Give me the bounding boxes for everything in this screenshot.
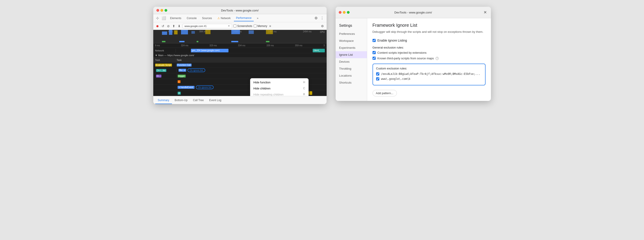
third-party-scripts-row: Known third-party scripts from source ma… <box>372 57 486 60</box>
flame-row-1[interactable]: Evaluate Script Function Call <box>153 63 326 67</box>
settings-close-button[interactable]: ✕ <box>482 9 488 16</box>
svg-rect-8 <box>266 30 273 34</box>
left-window-title: DevTools - www.google.com/ <box>221 9 259 12</box>
flame-row-2[interactable]: On i...list Ru...s On ignore list <box>153 67 326 73</box>
more-options-icon[interactable]: ⋮ <box>320 15 325 21</box>
capture-gear-icon[interactable]: ⚙ <box>320 23 325 29</box>
nav-preferences[interactable]: Preferences <box>336 30 367 37</box>
tab-bottom-up[interactable]: Bottom-Up <box>172 97 190 104</box>
network-row-content: gen_204 (www.google.com) client_ <box>176 48 326 53</box>
tab-network[interactable]: ⚠ Network <box>215 15 233 21</box>
tab-sources[interactable]: Sources <box>200 15 214 21</box>
svg-rect-10 <box>179 41 184 42</box>
nav-devices[interactable]: Devices <box>336 58 367 65</box>
traffic-lights-left <box>156 9 167 12</box>
close-button-left[interactable] <box>156 9 159 12</box>
right-block-2 <box>310 91 312 95</box>
custom-rule-2: www\.google\.com\b <box>376 77 482 80</box>
tab-elements[interactable]: Elements <box>168 15 184 21</box>
c-block: c <box>178 80 180 83</box>
nav-shortcuts[interactable]: Shortcuts <box>336 79 367 86</box>
ms-324: 324 ms <box>181 44 188 47</box>
nav-workspace[interactable]: Workspace <box>336 37 367 44</box>
network-block: gen_204 (www.google.com) <box>191 49 229 52</box>
nav-locations[interactable]: Locations <box>336 72 367 79</box>
svg-rect-3 <box>181 30 188 34</box>
tab-console[interactable]: Console <box>184 15 199 21</box>
tab-more[interactable]: » <box>254 15 261 21</box>
svg-rect-7 <box>248 30 254 34</box>
enable-ignore-listing-label: Enable Ignore Listing <box>378 39 407 42</box>
upload-icon[interactable]: ⬆ <box>172 24 176 28</box>
url-display: www.google.com #1 ▼ <box>182 24 232 28</box>
client-block: client_ <box>313 49 325 52</box>
eval-script-label: Evaluate Script <box>153 63 176 67</box>
main-row: ▼ Main — https://www.google.com/ <box>153 53 326 57</box>
nav-throttling[interactable]: Throttling <box>336 65 367 72</box>
main-label: ▼ Main — https://www.google.com/ <box>153 53 326 57</box>
right-devtools-window: DevTools - www.google.com/ ✕ Settings Pr… <box>336 7 491 101</box>
record-icon[interactable]: ⏺ <box>155 24 160 28</box>
memory-checkbox[interactable]: Memory <box>254 24 267 28</box>
minimize-button-left[interactable] <box>160 9 163 12</box>
network-row: Network gen_204 (www.google.com) client_ <box>153 48 326 53</box>
svg-rect-2 <box>174 30 178 34</box>
custom-rule-1-checkbox[interactable] <box>376 72 379 76</box>
devtools-tab-bar: ⊹ ⬜ Elements Console Sources ⚠ Network P… <box>153 14 326 22</box>
close-button-right[interactable] <box>339 11 342 14</box>
enable-ignore-listing-checkbox[interactable] <box>372 39 376 42</box>
context-hide-function[interactable]: Hide function H <box>250 79 308 85</box>
cpu-throttle-icon[interactable]: ≡ <box>268 24 272 28</box>
content-scripts-checkbox[interactable] <box>372 51 376 54</box>
inspect-icon[interactable]: ⊹ <box>155 15 160 21</box>
content-scripts-label: Content scripts injected by extensions <box>378 51 426 54</box>
svg-rect-0 <box>162 31 167 35</box>
fullscreen-button-left[interactable] <box>164 9 167 12</box>
performance-toolbar: ⏺ ↺ ⊘ ⬆ ⬇ www.google.com #1 ▼ Screenshot… <box>153 22 326 30</box>
device-icon[interactable]: ⬜ <box>161 15 167 21</box>
fullscreen-button-right[interactable] <box>347 11 350 14</box>
settings-title: Settings <box>336 21 367 30</box>
tab-event-log[interactable]: Event Log <box>206 97 224 104</box>
task-col-2: Task <box>176 58 326 62</box>
custom-rule-2-text: www\.google\.com\b <box>381 77 410 80</box>
context-hide-children[interactable]: Hide children C <box>250 85 308 92</box>
o-block: O... <box>156 75 162 78</box>
tab-performance[interactable]: Performance <box>234 15 254 21</box>
nav-ignore-list[interactable]: Ignore List <box>336 51 367 58</box>
on-ignore-badge-1: On ignore list <box>188 68 205 72</box>
settings-body: Settings Preferences Workspace Experimen… <box>336 18 491 101</box>
custom-rule-2-checkbox[interactable] <box>376 77 379 80</box>
right-window-title: DevTools - www.google.com/ <box>394 11 432 14</box>
settings-gear-icon[interactable]: ⚙ <box>314 15 318 21</box>
tab-call-tree[interactable]: Call Tree <box>190 97 206 104</box>
traffic-lights-right <box>339 11 350 14</box>
ms-334: 334 ms <box>238 44 245 47</box>
context-hide-repeating[interactable]: Hide repeating children R <box>250 92 308 96</box>
left-devtools-window: DevTools - www.google.com/ ⊹ ⬜ Elements … <box>153 7 326 104</box>
page-description: Debugger will skip through the scripts a… <box>372 30 486 34</box>
trigger-block: trigger <box>178 75 186 78</box>
func-call-content: Function Call <box>176 63 326 67</box>
reload-icon[interactable]: ↺ <box>161 24 165 28</box>
third-party-checkbox[interactable] <box>372 57 376 60</box>
flame-table-header: Task Task <box>153 57 326 63</box>
custom-exclusion-title: Custom exclusion rules: <box>376 67 482 70</box>
rus-content: Ru...s On ignore list <box>178 68 326 73</box>
screenshots-checkbox[interactable]: Screenshots <box>234 24 252 28</box>
minimize-button-right[interactable] <box>343 11 346 14</box>
nav-experiments[interactable]: Experiments <box>336 44 367 51</box>
timeline-overview[interactable]: 4 ms 994 ms 1494 ms 1994 ms 2494 ms CPU … <box>153 30 326 43</box>
general-exclusion-section: General exclusion rules: Content scripts… <box>372 46 486 60</box>
url-dropdown-icon[interactable]: ▼ <box>228 25 230 27</box>
help-icon[interactable]: ? <box>436 57 439 60</box>
download-icon[interactable]: ⬇ <box>177 24 181 28</box>
add-pattern-button[interactable]: Add pattern... <box>372 90 397 96</box>
tab-summary[interactable]: Summary <box>155 97 172 104</box>
stop-icon[interactable]: ⊘ <box>166 24 170 28</box>
a-block: A <box>178 92 181 95</box>
network-row-label: Network <box>153 49 176 52</box>
general-rules-label: General exclusion rules: <box>372 46 486 49</box>
svg-rect-12 <box>231 41 238 42</box>
ms-ruler-header: 9 ms 324 ms 329 ms 334 ms 339 ms 359 ms … <box>153 43 326 48</box>
